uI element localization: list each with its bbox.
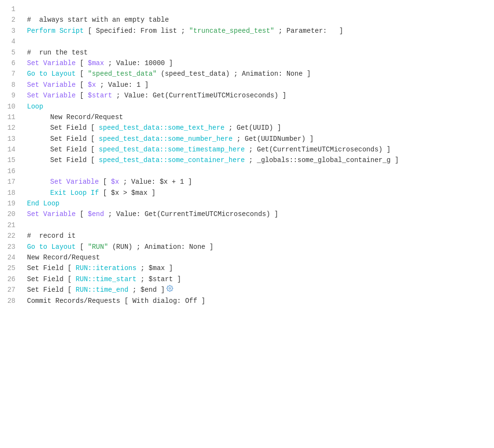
- code-token: [ With dialog: Off ]: [120, 297, 205, 305]
- code-token: $start: [149, 275, 173, 283]
- code-token: ; Get(UUID) ]: [224, 124, 281, 132]
- code-token: Set Field: [27, 275, 64, 283]
- code-line: # always start with an empty table: [27, 14, 486, 25]
- code-token: ; Value:: [104, 210, 145, 218]
- line-number: 13: [4, 134, 15, 144]
- code-token: Go to Layout: [27, 243, 76, 251]
- code-token: ; Get(UUIDNumber) ]: [233, 135, 314, 143]
- code-line: Set Field [ RUN::time_start ; $start ]: [27, 274, 486, 285]
- code-token: # run the test: [27, 49, 88, 56]
- code-token: ]: [140, 81, 149, 89]
- code-line: New Record/Request: [27, 112, 486, 122]
- code-line: Set Field [ speed_test_data::some_timest…: [27, 144, 486, 155]
- code-line: # record it: [27, 231, 486, 241]
- line-number: 25: [4, 263, 15, 273]
- line-number: 14: [4, 144, 15, 155]
- code-token: speed_test_data::some_timestamp_here: [99, 146, 245, 153]
- code-token: New Record/Request: [50, 113, 123, 121]
- code-token: ]: [148, 189, 156, 197]
- code-token: ]: [270, 210, 278, 218]
- code-token: (RUN) ; Animation: None ]: [108, 243, 213, 251]
- code-token: RUN::iterations: [76, 264, 137, 272]
- code-line: Go to Layout [ "RUN" (RUN) ; Animation: …: [27, 242, 486, 252]
- code-line: End Loop: [27, 198, 486, 209]
- code-token: [: [87, 156, 99, 164]
- line-number: 27: [4, 285, 15, 295]
- code-token: ]: [327, 27, 343, 35]
- code-token: ]: [278, 92, 287, 99]
- code-token: ]: [165, 264, 173, 272]
- line-number: 5: [4, 47, 15, 58]
- line-number-gutter: 1234567891011121314151617181920212223242…: [0, 4, 19, 444]
- code-line: [27, 166, 486, 176]
- code-token: $end: [88, 210, 104, 218]
- line-number: 10: [4, 101, 15, 112]
- gear-icon: [166, 285, 173, 295]
- code-token: [: [64, 264, 76, 272]
- line-number: 17: [4, 176, 15, 187]
- code-token: Exit Loop If: [50, 189, 99, 197]
- code-line: Set Variable [ $max ; Value: 10000 ]: [27, 58, 486, 68]
- code-line: Set Field [ RUN::time_end ; $end ]: [27, 285, 486, 295]
- code-token: ; Get(CurrentTimeUTCMicroseconds) ]: [245, 146, 390, 153]
- code-token: Set Variable: [27, 59, 76, 67]
- code-token: Set Field: [50, 124, 87, 132]
- line-number: 8: [4, 80, 15, 90]
- code-token: Parameter:: [287, 27, 327, 35]
- code-token: speed_test_data::some_container_here: [99, 156, 245, 164]
- line-number: 26: [4, 274, 15, 285]
- code-token: $x + 1: [160, 178, 184, 186]
- code-token: [: [76, 92, 88, 99]
- code-line: Set Variable [ $x ; Value: 1 ]: [27, 80, 486, 90]
- code-line: Set Variable [ $x ; Value: $x + 1 ]: [27, 176, 486, 187]
- code-token: ]: [165, 59, 173, 67]
- code-token: [: [76, 59, 88, 67]
- code-token: Specified: From list: [96, 27, 177, 35]
- code-token: $x: [88, 81, 96, 89]
- code-token: [: [76, 70, 88, 78]
- code-token: Set Field: [50, 146, 87, 153]
- code-token: ; Value:: [112, 92, 152, 99]
- code-token: "RUN": [88, 243, 108, 251]
- line-number: 1: [4, 4, 15, 14]
- code-token: [: [99, 178, 111, 186]
- code-token: "truncate_speed_test": [189, 27, 274, 35]
- code-token: $end: [140, 286, 157, 294]
- code-line: [27, 4, 486, 14]
- code-token: Set Field: [50, 156, 87, 164]
- code-token: ; _globals::some_global_container_g ]: [245, 156, 398, 164]
- line-number: 2: [4, 14, 15, 25]
- code-token: Set Variable: [27, 92, 76, 99]
- code-line: Go to Layout [ "speed_test_data" (speed_…: [27, 68, 486, 79]
- line-number: 18: [4, 188, 15, 198]
- code-token: $x > $max: [111, 189, 148, 197]
- line-number: 22: [4, 231, 15, 241]
- line-number: 6: [4, 58, 15, 68]
- line-number: 9: [4, 90, 15, 101]
- code-token: ;: [137, 264, 149, 272]
- code-token: Loop: [27, 103, 43, 110]
- code-token: [: [84, 27, 96, 35]
- code-token: [: [64, 286, 76, 294]
- line-number: 16: [4, 166, 15, 176]
- code-area: # always start with an empty tablePerfor…: [19, 4, 494, 444]
- code-token: ; Value:: [119, 178, 160, 186]
- line-number: 3: [4, 26, 15, 36]
- code-line: [27, 220, 486, 231]
- code-token: ;: [128, 286, 140, 294]
- code-token: Get(CurrentTimeUTCMicroseconds): [152, 92, 278, 99]
- line-number: 4: [4, 36, 15, 47]
- code-line: Commit Records/Requests [ With dialog: O…: [27, 296, 486, 306]
- code-token: $max: [149, 264, 165, 272]
- code-line: # run the test: [27, 47, 486, 58]
- code-line: Set Field [ speed_test_data::some_contai…: [27, 155, 486, 165]
- code-token: [: [76, 243, 88, 251]
- code-token: # record it: [27, 232, 76, 240]
- code-token: [: [76, 81, 88, 89]
- line-number: 24: [4, 252, 15, 263]
- code-token: Set Variable: [27, 81, 76, 89]
- line-number: 15: [4, 155, 15, 165]
- code-token: Go to Layout: [27, 70, 76, 78]
- code-editor: 1234567891011121314151617181920212223242…: [0, 0, 494, 448]
- code-token: ; Value:: [104, 59, 145, 67]
